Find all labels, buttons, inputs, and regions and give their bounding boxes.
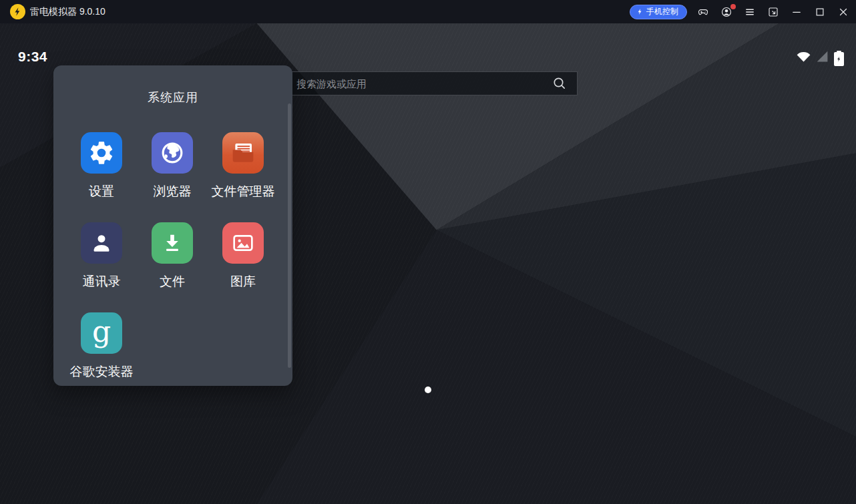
close-icon[interactable]: [836, 5, 851, 19]
folder-panel: 系统应用 设置 浏览器: [53, 65, 292, 386]
app-file-manager[interactable]: 文件管理器: [208, 132, 278, 222]
globe-icon: [152, 132, 193, 174]
status-clock: 9:34: [18, 49, 47, 65]
menu-icon[interactable]: [742, 5, 757, 19]
notification-dot: [730, 4, 736, 9]
titlebar: 雷电模拟器 9.0.10 手机控制: [0, 0, 856, 23]
app-files[interactable]: 文件: [137, 222, 208, 312]
signal-icon: [815, 49, 829, 66]
app-label: 谷歌安装器: [70, 363, 134, 381]
folder-scrollbar[interactable]: [288, 103, 291, 368]
gamepad-icon[interactable]: [696, 5, 710, 19]
app-label: 浏览器: [154, 183, 192, 200]
window-title: 雷电模拟器 9.0.10: [30, 0, 105, 23]
person-icon: [81, 222, 122, 264]
account-icon[interactable]: [719, 5, 734, 19]
ldplayer-logo-icon: [10, 4, 25, 19]
phone-control-button[interactable]: 手机控制: [630, 5, 687, 19]
app-label: 通讯录: [83, 273, 121, 290]
app-label: 图库: [230, 273, 256, 290]
android-screen: 9:34 系统应用: [0, 23, 856, 504]
folder-title: 系统应用: [53, 89, 292, 105]
wifi-icon: [797, 49, 811, 66]
search-icon[interactable]: [552, 75, 568, 91]
folder-app-grid: 设置 浏览器: [66, 132, 280, 403]
battery-charging-icon: [834, 51, 844, 66]
folder-documents-icon: [222, 132, 264, 174]
app-contacts[interactable]: 通讯录: [66, 222, 137, 312]
app-label: 设置: [89, 183, 114, 200]
download-icon: [152, 222, 193, 264]
search-input[interactable]: [279, 72, 552, 95]
phone-control-label: 手机控制: [646, 6, 678, 17]
photo-icon: [222, 222, 264, 264]
app-label: 文件管理器: [212, 183, 275, 200]
app-browser[interactable]: 浏览器: [137, 132, 208, 222]
page-indicator-dot: [425, 387, 431, 393]
minimize-icon[interactable]: [789, 5, 804, 19]
shrink-window-icon[interactable]: [766, 5, 781, 19]
lightning-icon: [636, 7, 644, 16]
app-settings[interactable]: 设置: [66, 132, 137, 222]
maximize-icon[interactable]: [813, 5, 827, 19]
app-google-installer[interactable]: g 谷歌安装器: [66, 312, 137, 403]
search-bar: [278, 71, 578, 95]
g-letter-icon: g: [81, 312, 122, 354]
emulator-window: 雷电模拟器 9.0.10 手机控制: [0, 0, 856, 504]
app-gallery[interactable]: 图库: [208, 222, 278, 312]
app-label: 文件: [160, 273, 185, 290]
status-icons: [797, 50, 844, 66]
gear-icon: [81, 132, 122, 174]
